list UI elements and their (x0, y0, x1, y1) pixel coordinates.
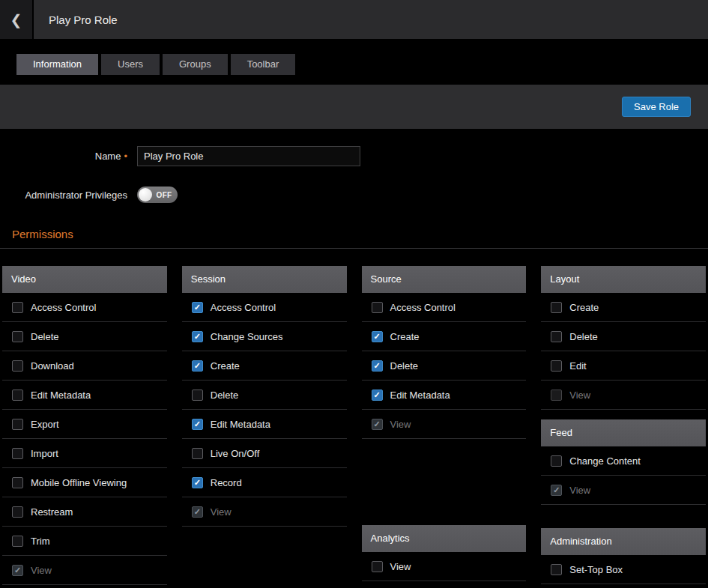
permission-row[interactable]: ✓Access Control (182, 293, 347, 322)
permission-row[interactable]: ✓Edit Metadata (362, 381, 527, 410)
checkbox[interactable] (12, 360, 23, 372)
checkbox[interactable] (12, 536, 23, 547)
tab-users[interactable]: Users (101, 54, 160, 75)
permission-label: View (569, 390, 590, 401)
checkbox[interactable]: ✓ (192, 360, 203, 372)
tab-toolbar[interactable]: Toolbar (231, 54, 296, 75)
permission-row[interactable]: Restream (2, 497, 167, 527)
permission-label: Change Sources (211, 331, 283, 342)
permission-row: ✓View (541, 476, 706, 505)
checkbox[interactable] (192, 390, 203, 401)
permission-row[interactable]: Export (2, 410, 167, 439)
permission-label: Record (211, 477, 242, 488)
permission-row[interactable]: ✓Record (182, 468, 347, 497)
permission-label: Live On/Off (211, 448, 260, 459)
permission-row[interactable]: Delete (2, 322, 167, 351)
check-icon: ✓ (194, 303, 201, 312)
permission-label: Set-Top Box (569, 564, 623, 575)
permission-label: Delete (211, 390, 239, 401)
checkbox[interactable] (192, 448, 203, 459)
permission-group: AnalyticsView (362, 525, 527, 581)
check-icon: ✓ (194, 362, 201, 370)
permission-row[interactable]: Access Control (362, 293, 527, 322)
permission-label: View (390, 561, 411, 572)
required-marker: • (124, 151, 127, 162)
checkbox: ✓ (551, 485, 562, 496)
admin-privileges-label: Administrator Privileges (0, 190, 127, 201)
divider (0, 248, 708, 249)
checkbox[interactable]: ✓ (192, 302, 203, 313)
permission-label: Restream (31, 506, 73, 518)
permission-label: View (390, 419, 411, 430)
checkbox[interactable] (12, 419, 23, 430)
permission-label: Access Control (211, 302, 276, 313)
action-toolbar: Save Role (0, 85, 708, 129)
permission-label: Download (31, 360, 74, 372)
permission-group-header: Video (2, 266, 167, 293)
name-input[interactable] (137, 146, 360, 166)
checkbox[interactable] (12, 448, 23, 459)
tab-information[interactable]: Information (16, 54, 98, 75)
permission-row[interactable]: Access Control (2, 293, 167, 322)
checkbox[interactable] (551, 360, 562, 372)
permission-row: ✓View (362, 410, 527, 439)
permission-row[interactable]: Create (541, 293, 706, 322)
save-role-button[interactable]: Save Role (622, 97, 691, 117)
page-title: Play Pro Role (49, 0, 118, 39)
permission-row[interactable]: Import (2, 439, 167, 468)
permission-label: Delete (390, 360, 419, 372)
checkbox[interactable] (12, 477, 23, 488)
permission-group: FeedChange Content✓View (541, 419, 706, 505)
checkbox[interactable]: ✓ (372, 360, 383, 372)
admin-privileges-toggle[interactable]: OFF (137, 187, 178, 203)
permission-row[interactable]: Download (2, 351, 167, 381)
tab-groups[interactable]: Groups (163, 54, 228, 75)
permission-row[interactable]: ✓Delete (362, 351, 527, 381)
permission-label: Create (211, 360, 240, 372)
checkbox[interactable] (551, 302, 562, 313)
permission-row[interactable]: View (362, 552, 527, 581)
permission-row[interactable]: Mobile Offline Viewing (2, 468, 167, 497)
permission-group-header: Layout (541, 266, 706, 293)
permission-label: View (569, 485, 590, 496)
permission-row[interactable]: ✓Change Sources (182, 322, 347, 351)
permission-row[interactable]: Edit Metadata (2, 381, 167, 410)
permission-row[interactable]: Edit (541, 351, 706, 381)
permissions-columns: VideoAccess ControlDeleteDownloadEdit Me… (0, 266, 708, 585)
permission-label: Mobile Offline Viewing (31, 477, 127, 488)
checkbox[interactable] (12, 331, 23, 342)
permission-group-header: Administration (541, 528, 706, 555)
checkbox[interactable]: ✓ (192, 419, 203, 430)
checkbox[interactable] (12, 390, 23, 401)
permission-row[interactable]: Live On/Off (182, 439, 347, 468)
checkbox[interactable]: ✓ (192, 477, 203, 488)
permissions-column: Session✓Access Control✓Change Sources✓Cr… (182, 266, 347, 527)
checkbox[interactable] (12, 302, 23, 313)
checkbox[interactable] (12, 506, 23, 518)
permission-row[interactable]: Delete (541, 322, 706, 351)
checkbox[interactable]: ✓ (192, 331, 203, 342)
checkbox[interactable] (372, 302, 383, 313)
checkbox[interactable] (372, 561, 383, 572)
permission-group: SourceAccess Control✓Create✓Delete✓Edit … (362, 266, 527, 439)
permission-row[interactable]: ✓Edit Metadata (182, 410, 347, 439)
checkbox[interactable]: ✓ (372, 331, 383, 342)
permissions-column: SourceAccess Control✓Create✓Delete✓Edit … (362, 266, 527, 581)
checkbox[interactable]: ✓ (372, 390, 383, 401)
name-label-text: Name (95, 151, 121, 162)
check-icon: ✓ (14, 566, 21, 575)
checkbox[interactable] (551, 455, 562, 467)
permission-row[interactable]: Set-Top Box (541, 555, 706, 584)
checkbox[interactable] (551, 564, 562, 575)
permission-row[interactable]: Delete (182, 381, 347, 410)
permission-row[interactable]: ✓Create (182, 351, 347, 381)
checkbox: ✓ (12, 565, 23, 576)
checkbox[interactable] (551, 331, 562, 342)
back-button[interactable]: ❮ (0, 0, 34, 39)
permission-label: Access Control (390, 302, 456, 313)
permission-row[interactable]: Trim (2, 527, 167, 556)
permission-row[interactable]: ✓Create (362, 322, 527, 351)
permission-row[interactable]: Change Content (541, 446, 706, 476)
chevron-left-icon: ❮ (10, 13, 22, 27)
permission-group-header: Session (182, 266, 347, 293)
